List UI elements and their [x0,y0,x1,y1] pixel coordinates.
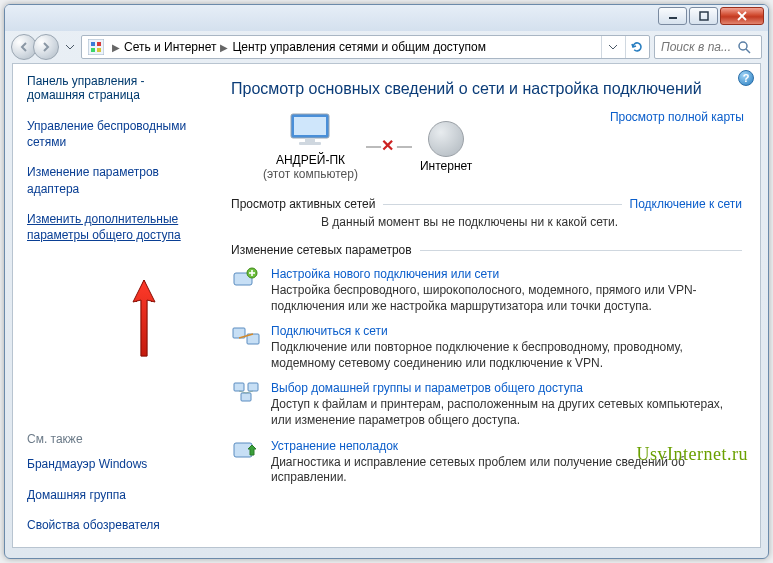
breadcrumb-field[interactable]: ▶ Сеть и Интернет ▶ Центр управления сет… [81,35,650,59]
help-button[interactable]: ? [738,70,754,86]
node-this-pc-sub: (этот компьютер) [263,167,358,181]
task-title[interactable]: Устранение неполадок [271,439,742,453]
close-button[interactable] [720,7,764,25]
new-connection-icon [232,267,260,291]
forward-button[interactable] [33,34,59,60]
task-desc: Настройка беспроводного, широкополосного… [271,283,742,314]
task-title[interactable]: Подключиться к сети [271,324,742,338]
sidebar-link-adapter-settings[interactable]: Изменение параметров адаптера [27,164,199,196]
connect-to-network-link[interactable]: Подключение к сети [630,197,742,211]
sidebar-link-advanced-sharing[interactable]: Изменить дополнительные параметры общего… [27,211,199,243]
svg-rect-13 [305,138,315,142]
window-titlebar [5,5,768,31]
node-this-pc-title: АНДРЕЙ-ПК [263,153,358,167]
not-connected-message: В данный момент вы не подключены ни к ка… [231,215,742,229]
x-icon: ✕ [381,139,397,155]
explorer-window: ▶ Сеть и Интернет ▶ Центр управления сет… [4,4,769,559]
troubleshoot-icon [232,439,260,463]
control-panel-home-link[interactable]: Панель управления - домашняя страница [27,74,199,102]
task-title[interactable]: Выбор домашней группы и параметров общег… [271,381,742,395]
task-icon [231,439,261,486]
change-settings-label: Изменение сетевых параметров [231,243,412,257]
chevron-down-icon [66,45,74,50]
see-also-label: См. также [27,432,199,446]
task-connect[interactable]: Подключиться к сети Подключение или повт… [231,324,742,371]
view-full-map-link[interactable]: Просмотр полной карты [610,110,744,124]
history-dropdown[interactable] [63,45,77,50]
svg-rect-22 [234,383,244,391]
task-title[interactable]: Настройка нового подключения или сети [271,267,742,281]
svg-line-10 [746,49,750,53]
breadcrumb-sep-icon: ▶ [220,42,228,53]
breadcrumb-part2[interactable]: Центр управления сетями и общим доступом [232,40,486,54]
monitor-icon [287,112,333,150]
arrow-right-icon [41,42,51,52]
svg-rect-5 [91,42,95,46]
svg-rect-6 [97,42,101,46]
task-desc: Подключение или повторное подключение к … [271,340,742,371]
breadcrumb-dropdown[interactable] [601,36,623,58]
svg-rect-7 [91,48,95,52]
svg-rect-27 [234,443,252,457]
see-also-internet-options[interactable]: Свойства обозревателя [27,517,199,533]
search-icon [737,40,751,54]
task-homegroup[interactable]: Выбор домашней группы и параметров общег… [231,381,742,428]
node-internet: Интернет [420,121,472,173]
page-heading: Просмотр основных сведений о сети и наст… [231,80,742,98]
svg-rect-23 [248,383,258,391]
task-icon [231,381,261,428]
node-internet-title: Интернет [420,159,472,173]
search-input[interactable] [659,39,737,55]
svg-point-9 [739,42,747,50]
chevron-down-icon [609,45,617,50]
svg-rect-24 [241,393,251,401]
sidebar: Панель управления - домашняя страница Уп… [13,64,209,547]
task-new-connection[interactable]: Настройка нового подключения или сети На… [231,267,742,314]
address-bar: ▶ Сеть и Интернет ▶ Центр управления сет… [5,31,768,63]
main-panel: Просмотр основных сведений о сети и наст… [209,64,760,547]
nav-buttons [11,34,59,60]
task-icon [231,267,261,314]
task-troubleshoot[interactable]: Устранение неполадок Диагностика и испра… [231,439,742,486]
maximize-button[interactable] [689,7,718,25]
network-map: Просмотр полной карты АНДРЕЙ-ПК (этот ко… [263,112,742,181]
connection-broken: ✕ [366,142,412,152]
svg-rect-0 [669,17,677,19]
task-desc: Доступ к файлам и принтерам, расположенн… [271,397,742,428]
svg-rect-8 [97,48,101,52]
task-desc: Диагностика и исправление сетевых пробле… [271,455,742,486]
refresh-icon [630,40,644,54]
connect-icon [232,324,260,348]
network-center-icon [88,39,104,55]
node-this-pc: АНДРЕЙ-ПК (этот компьютер) [263,112,358,181]
active-networks-label: Просмотр активных сетей [231,197,375,211]
homegroup-icon [232,381,260,405]
globe-icon [428,121,464,157]
task-icon [231,324,261,371]
close-icon [736,11,748,21]
breadcrumb-sep-icon: ▶ [112,42,120,53]
svg-rect-12 [294,117,326,135]
svg-rect-4 [88,39,104,55]
refresh-button[interactable] [625,36,647,58]
arrow-left-icon [19,42,29,52]
active-networks-header: Просмотр активных сетей Подключение к се… [231,197,742,211]
see-also-firewall[interactable]: Брандмауэр Windows [27,456,199,472]
minimize-icon [668,11,678,21]
minimize-button[interactable] [658,7,687,25]
svg-rect-1 [700,12,708,20]
content-area: ? Панель управления - домашняя страница … [12,63,761,548]
svg-rect-14 [299,142,321,145]
breadcrumb-part1[interactable]: Сеть и Интернет [124,40,216,54]
change-settings-header: Изменение сетевых параметров [231,243,742,257]
maximize-icon [699,11,709,21]
search-box[interactable] [654,35,762,59]
sidebar-link-wireless[interactable]: Управление беспроводными сетями [27,118,199,150]
see-also-homegroup[interactable]: Домашняя группа [27,487,199,503]
